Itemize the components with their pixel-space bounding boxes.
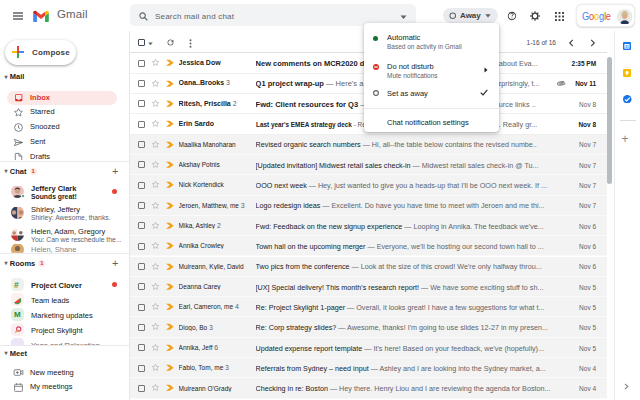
svg-text:31: 31 (625, 45, 629, 49)
